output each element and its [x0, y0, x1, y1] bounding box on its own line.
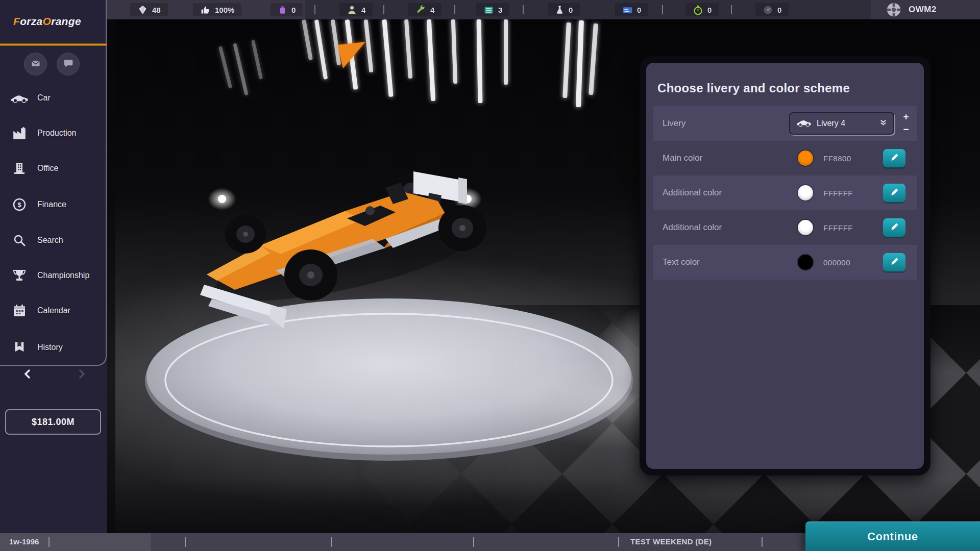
panel-title: Choose livery and color scheme: [657, 81, 850, 95]
team-name: OWM2: [909, 5, 937, 15]
timeline-divider: [48, 537, 50, 547]
color-swatch: [798, 220, 813, 235]
budget-display: $181.00M: [5, 409, 101, 435]
history-icon: [8, 341, 31, 354]
color-hex-value: FFFFFF: [823, 210, 853, 245]
sidebar: ForzaOrange Car Production Office $ Fina…: [0, 0, 107, 533]
continue-button[interactable]: Continue: [805, 521, 980, 551]
car-icon: [8, 92, 31, 104]
sidebar-item[interactable]: Office: [0, 154, 107, 183]
color-hex-value: FFFFFF: [823, 176, 853, 210]
sidebar-next-arrow[interactable]: [76, 368, 89, 382]
color-row: Main color FF8800: [653, 141, 917, 176]
sidebar-item-label: Championship: [37, 271, 89, 280]
sidebar-prev-arrow[interactable]: [20, 368, 34, 382]
color-row-label: Additional color: [663, 210, 722, 245]
edit-color-button[interactable]: [883, 184, 905, 202]
livery-panel-frame: Choose livery and color scheme Livery Li…: [640, 56, 930, 475]
color-hex-value: FF8800: [823, 141, 851, 176]
pencil-icon: [889, 187, 899, 199]
sidebar-item[interactable]: Calendar: [0, 296, 107, 325]
topbar: 48 100% 0 4 4 3 0 0: [107, 0, 980, 19]
color-row: Additional color FFFFFF: [653, 176, 917, 210]
edit-color-button[interactable]: [883, 218, 905, 237]
topbar-divider: [523, 5, 524, 14]
sidebar-item[interactable]: Championship: [0, 261, 107, 290]
sidebar-item-label: Production: [37, 129, 77, 138]
livery-car-icon: [796, 118, 812, 129]
calendar-icon: [8, 304, 31, 318]
sidebar-item[interactable]: Search: [0, 226, 107, 255]
owm2-logo-icon: [886, 2, 901, 17]
livery-label: Livery: [663, 106, 685, 141]
topbar-divider: [314, 5, 315, 14]
livery-dropdown[interactable]: Livery 4: [789, 112, 894, 135]
color-swatch: [798, 185, 813, 201]
topbar-dividers: [107, 0, 980, 19]
color-row: Additional color FFFFFF: [653, 210, 917, 245]
event-label: TEST WEEKEND (DE): [630, 537, 712, 546]
sidebar-item-label: Office: [37, 164, 59, 173]
sidebar-item[interactable]: Production: [0, 119, 107, 147]
timeline-divider: [473, 537, 474, 547]
timeline-divider: [331, 537, 332, 547]
color-row-label: Text color: [663, 245, 700, 280]
topbar-divider: [383, 5, 384, 14]
sidebar-item[interactable]: Car: [0, 84, 107, 112]
sidebar-item-label: History: [37, 343, 63, 352]
sidebar-item[interactable]: $ Finance: [0, 190, 107, 219]
office-icon: [8, 161, 31, 176]
svg-text:$: $: [17, 201, 21, 209]
panel-rows: Livery Livery 4 + − Main color FF8800: [653, 106, 917, 280]
timeline-divider: [618, 537, 619, 547]
pencil-icon: [889, 222, 899, 234]
livery-panel: Choose livery and color scheme Livery Li…: [646, 63, 924, 469]
current-week-label: 1w-1996: [9, 537, 39, 546]
current-week-cell: 1w-1996: [0, 533, 151, 551]
topbar-divider: [662, 5, 663, 14]
sidebar-menu: Car Production Office $ Finance Search C…: [0, 0, 107, 533]
pencil-icon: [889, 153, 899, 164]
topbar-divider: [454, 5, 455, 14]
sidebar-item-label: Search: [37, 236, 63, 245]
remove-livery-button[interactable]: −: [899, 124, 913, 135]
game-window: 48 100% 0 4 4 3 0 0: [0, 0, 980, 551]
color-row: Text color 000000: [653, 245, 917, 280]
sidebar-item-label: Calendar: [37, 306, 70, 315]
livery-row: Livery Livery 4 + −: [653, 106, 917, 141]
sidebar-item-label: Finance: [37, 200, 66, 209]
timeline-divider: [185, 537, 186, 547]
pencil-icon: [889, 257, 899, 268]
topbar-divider: [731, 5, 732, 14]
production-icon: [8, 126, 31, 141]
team-badge[interactable]: OWM2: [881, 0, 942, 19]
finance-icon: $: [8, 197, 31, 212]
edit-color-button[interactable]: [883, 253, 905, 271]
color-rows: Main color FF8800 Additional color FFFFF…: [653, 141, 917, 280]
search-icon: [8, 233, 31, 247]
chevron-double-down-icon: [879, 119, 887, 129]
color-swatch: [798, 255, 813, 270]
chevron-left-icon: [23, 369, 31, 381]
edit-color-button[interactable]: [883, 149, 905, 167]
color-hex-value: 000000: [823, 245, 850, 280]
timeline-divider: [762, 537, 763, 547]
sidebar-item-label: Car: [37, 93, 51, 103]
sidebar-item[interactable]: History: [0, 333, 107, 362]
championship-icon: [8, 268, 31, 283]
budget-value: $181.00M: [32, 417, 75, 428]
add-livery-button[interactable]: +: [899, 111, 913, 122]
livery-dropdown-value: Livery 4: [817, 119, 874, 128]
color-swatch: [798, 151, 813, 166]
chevron-right-icon: [79, 369, 86, 381]
color-row-label: Additional color: [663, 176, 722, 210]
color-row-label: Main color: [663, 141, 702, 176]
